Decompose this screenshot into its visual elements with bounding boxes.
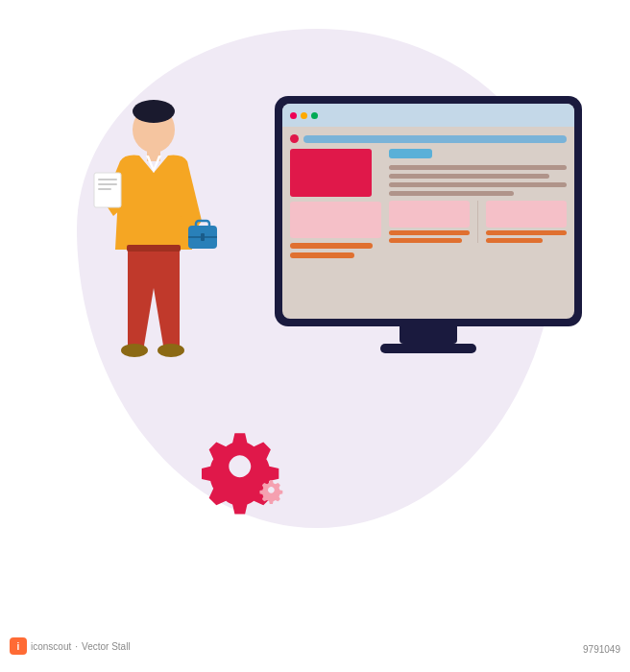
monitor: [275, 96, 582, 353]
monitor-screen: [282, 104, 574, 319]
svg-rect-10: [201, 233, 205, 241]
line-2: [290, 252, 354, 258]
watermark-separator: ·: [75, 641, 78, 652]
browser-dot-green: [311, 112, 318, 119]
monitor-body: [275, 96, 582, 326]
sub-card-right-block: [486, 201, 567, 228]
gray-line-4: [389, 191, 514, 196]
search-bar-row: [290, 134, 567, 143]
svg-point-11: [121, 344, 148, 357]
divider-line: [477, 201, 478, 243]
iconscout-logo: i: [10, 637, 27, 655]
gray-line-3: [389, 182, 567, 187]
line-1: [290, 243, 373, 249]
sub-card-left-line2: [389, 238, 462, 243]
svg-rect-6: [98, 188, 111, 190]
browser-dot-red: [290, 112, 297, 119]
sub-cards-row: [389, 201, 567, 243]
pink-card: [290, 202, 381, 238]
hero-block: [290, 149, 372, 197]
gear-small: [259, 478, 307, 530]
content-area: [290, 149, 567, 258]
watermark-brand: iconscout: [31, 641, 71, 652]
monitor-stand: [400, 326, 457, 344]
watermark-right: 9791049: [583, 644, 620, 655]
watermark-left: i iconscout · Vector Stall: [10, 637, 131, 655]
svg-rect-5: [98, 183, 117, 185]
sub-card-right-line2: [486, 238, 543, 243]
svg-point-12: [158, 344, 184, 357]
gray-line-1: [389, 165, 567, 170]
gray-line-2: [389, 174, 549, 179]
search-bar: [303, 135, 567, 143]
svg-rect-13: [127, 245, 181, 252]
watermark-id: 9791049: [583, 644, 620, 655]
browser-dot-yellow: [301, 112, 307, 119]
left-column: [290, 149, 381, 258]
watermark-source: Vector Stall: [82, 641, 131, 652]
sub-card-right-line1: [486, 230, 567, 235]
sub-card-left: [389, 201, 470, 243]
monitor-base: [380, 344, 476, 353]
svg-rect-4: [98, 179, 117, 180]
svg-point-1: [133, 100, 175, 123]
gray-lines: [389, 165, 567, 196]
browser-content: [282, 127, 574, 266]
sub-card-right: [486, 201, 567, 243]
right-column: [389, 149, 567, 258]
sub-card-left-block: [389, 201, 470, 228]
person-character: [77, 77, 230, 480]
blue-badge: [389, 149, 432, 158]
sub-card-left-line1: [389, 230, 470, 235]
search-dot: [290, 134, 299, 143]
browser-bar: [282, 104, 574, 127]
illustration-scene: i iconscout · Vector Stall 9791049: [0, 0, 630, 672]
orange-lines: [290, 243, 381, 258]
